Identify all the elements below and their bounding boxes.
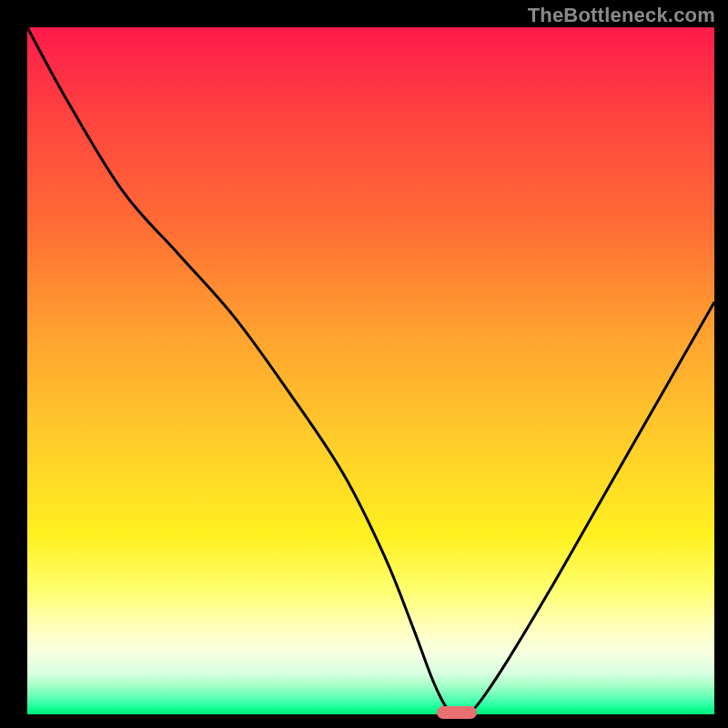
- optimal-marker: [437, 706, 477, 719]
- curve-path: [27, 27, 714, 714]
- chart-container: { "watermark": "TheBottleneck.com", "cha…: [0, 0, 728, 728]
- watermark-text: TheBottleneck.com: [528, 4, 715, 27]
- bottleneck-curve: [27, 27, 714, 714]
